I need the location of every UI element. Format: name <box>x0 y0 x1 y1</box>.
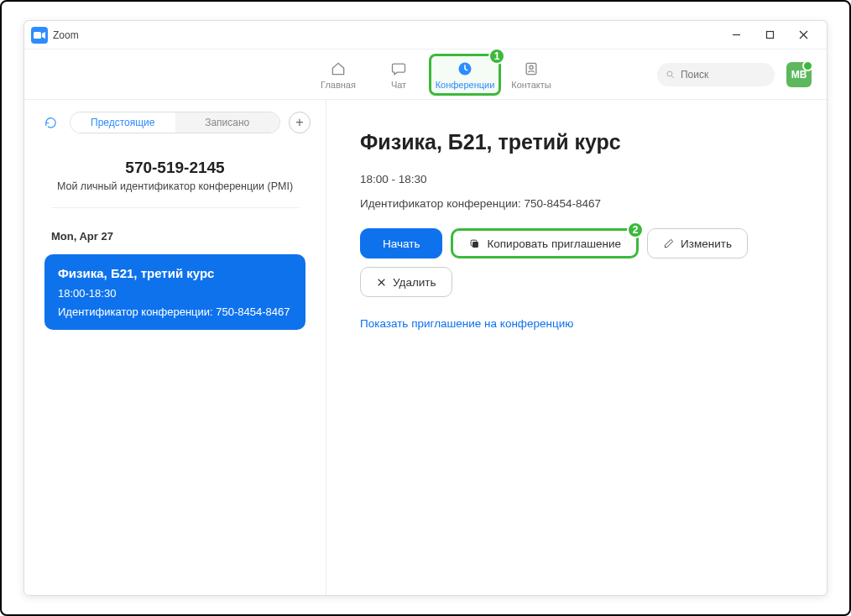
window-title: Zoom <box>53 29 79 41</box>
meeting-title: Физика, Б21, третий курс <box>360 130 793 154</box>
tab-home-label: Главная <box>321 80 356 90</box>
pmi-block[interactable]: 570-519-2145 Мой личный идентификатор ко… <box>51 150 299 208</box>
tab-meetings[interactable]: 1 Конференции <box>429 54 501 96</box>
svg-line-9 <box>671 76 673 77</box>
edit-button[interactable]: Изменить <box>647 228 748 258</box>
svg-rect-0 <box>34 32 41 39</box>
actions: Начать 2 Копировать приглашение Изменить… <box>360 228 793 297</box>
date-label: Mon, Apr 27 <box>39 220 311 251</box>
tab-contacts-label: Контакты <box>511 80 551 90</box>
svg-point-7 <box>530 65 533 69</box>
meeting-card-id: Идентификатор конференции: 750-8454-8467 <box>58 305 292 318</box>
add-meeting-button[interactable]: + <box>289 112 311 133</box>
annotation-badge-1: 1 <box>488 48 505 65</box>
tab-contacts[interactable]: Контакты <box>501 54 561 96</box>
pmi-number: 570-519-2145 <box>51 159 299 177</box>
meeting-card-title: Физика, Б21, третий курс <box>58 266 292 280</box>
avatar[interactable]: МВ <box>786 62 812 87</box>
edit-label: Изменить <box>681 238 732 250</box>
app-window: Zoom Главная Чат 1 Конференции Контакты <box>23 20 828 596</box>
meeting-time: 18:00 - 18:30 <box>360 173 793 185</box>
tab-chat-label: Чат <box>391 80 406 90</box>
svg-rect-10 <box>472 242 478 248</box>
filter-recorded[interactable]: Записано <box>175 112 280 133</box>
close-button[interactable] <box>786 23 820 48</box>
copy-invite-button[interactable]: 2 Копировать приглашение <box>451 228 639 258</box>
chat-icon <box>389 60 408 78</box>
show-invite-link[interactable]: Показать приглашение на конференцию <box>360 317 573 330</box>
sidebar: Предстоящие Записано + 570-519-2145 Мой … <box>24 100 326 595</box>
search-box[interactable] <box>657 63 775 86</box>
filter-upcoming[interactable]: Предстоящие <box>70 112 175 133</box>
delete-label: Удалить <box>393 276 436 289</box>
app-frame: Zoom Главная Чат 1 Конференции Контакты <box>0 0 851 616</box>
tab-chat[interactable]: Чат <box>368 54 429 96</box>
svg-rect-2 <box>766 32 773 39</box>
search-input[interactable] <box>681 69 766 81</box>
meetings-filter: Предстоящие Записано <box>70 112 280 133</box>
meeting-id: Идентификатор конференции: 750-8454-8467 <box>360 197 793 210</box>
zoom-logo-icon <box>31 27 48 44</box>
minimize-button[interactable] <box>719 23 753 48</box>
copy-icon <box>468 238 481 250</box>
delete-button[interactable]: Удалить <box>360 267 452 297</box>
meeting-card-time: 18:00-18:30 <box>58 287 292 300</box>
refresh-button[interactable] <box>39 112 61 133</box>
pencil-icon <box>663 238 675 249</box>
pmi-label: Мой личный идентификатор конференции (PM… <box>51 180 299 192</box>
body: Предстоящие Записано + 570-519-2145 Мой … <box>24 100 827 595</box>
header: Главная Чат 1 Конференции Контакты МВ <box>24 50 827 100</box>
clock-icon <box>456 60 474 78</box>
tab-meetings-label: Конференции <box>436 80 495 90</box>
contacts-icon <box>522 60 540 78</box>
maximize-button[interactable] <box>753 23 786 48</box>
svg-point-8 <box>667 71 672 76</box>
nav-tabs: Главная Чат 1 Конференции Контакты <box>308 54 561 96</box>
annotation-badge-2: 2 <box>627 222 644 238</box>
copy-invite-label: Копировать приглашение <box>487 238 621 250</box>
tab-home[interactable]: Главная <box>308 54 368 96</box>
search-icon <box>666 69 676 81</box>
start-button[interactable]: Начать <box>360 228 442 258</box>
titlebar: Zoom <box>24 21 827 50</box>
x-icon <box>376 277 387 288</box>
home-icon <box>329 60 347 78</box>
meeting-card[interactable]: Физика, Б21, третий курс 18:00-18:30 Иде… <box>44 254 305 330</box>
main-panel: Физика, Б21, третий курс 18:00 - 18:30 И… <box>326 100 827 595</box>
